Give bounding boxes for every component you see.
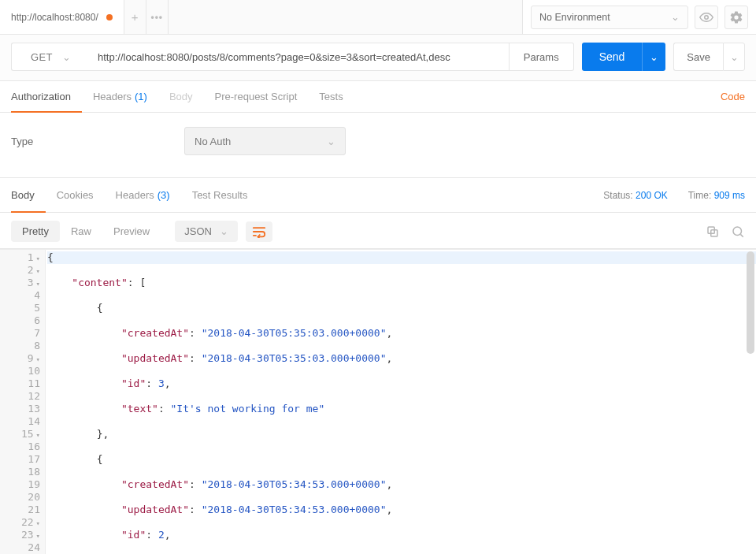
view-raw[interactable]: Raw <box>60 221 102 242</box>
tab-body[interactable]: Body <box>158 81 204 112</box>
wrap-lines-icon <box>251 225 267 238</box>
svg-point-5 <box>733 227 742 236</box>
code-editor[interactable]: 1234567891011121314151617181920212223242… <box>0 249 756 554</box>
scroll-thumb[interactable] <box>747 251 754 354</box>
save-dropdown[interactable]: ⌄ <box>723 43 745 71</box>
tab-body-label: Body <box>169 91 193 102</box>
status-value: 200 OK <box>636 190 668 201</box>
request-tab-title: http://localhost:8080/ <box>11 12 98 23</box>
url-input[interactable] <box>90 43 510 71</box>
environment-select[interactable]: No Environment ⌄ <box>531 6 688 29</box>
search-icon <box>731 225 745 239</box>
tab-prerequest-label: Pre-request Script <box>215 91 298 102</box>
resp-tab-headers-label: Headers <box>116 189 154 201</box>
view-mode-group: Pretty Raw Preview <box>11 221 161 242</box>
tab-headers[interactable]: Headers (1) <box>82 81 158 112</box>
http-method-label: GET <box>31 51 53 63</box>
chevron-down-icon: ⌄ <box>650 51 658 63</box>
resp-tab-test-results[interactable]: Test Results <box>181 178 259 212</box>
svg-line-6 <box>740 234 743 236</box>
dirty-indicator-icon <box>106 14 113 20</box>
chevron-down-icon: ⌄ <box>730 51 739 63</box>
code-gutter: 1234567891011121314151617181920212223242… <box>0 250 46 554</box>
ellipsis-icon: ••• <box>150 12 163 23</box>
save-button[interactable]: Save <box>673 43 723 71</box>
chevron-down-icon: ⌄ <box>327 136 335 147</box>
chevron-down-icon: ⌄ <box>62 51 71 63</box>
body-toolbar: Pretty Raw Preview JSON ⌄ <box>0 213 756 249</box>
environment-quicklook-button[interactable] <box>695 6 718 29</box>
eye-icon <box>699 10 713 24</box>
tab-authorization-label: Authorization <box>11 91 71 102</box>
request-row: GET ⌄ Params Send ⌄ Save ⌄ <box>0 35 756 81</box>
send-button[interactable]: Send <box>582 43 643 71</box>
tabs-region: http://localhost:8080/ + ••• <box>0 0 523 34</box>
tab-overflow-button[interactable]: ••• <box>146 0 169 34</box>
send-dropdown[interactable]: ⌄ <box>642 43 665 71</box>
tab-headers-label: Headers <box>93 91 132 102</box>
params-button[interactable]: Params <box>510 43 574 71</box>
status-label: Status: <box>603 190 632 201</box>
auth-row: Type No Auth ⌄ <box>0 113 756 178</box>
svg-point-0 <box>705 15 709 19</box>
resp-tab-headers-count: (3) <box>158 189 170 201</box>
body-toolbar-right <box>706 225 745 239</box>
save-button-group: Save ⌄ <box>673 43 745 71</box>
copy-button[interactable] <box>706 225 720 239</box>
chevron-down-icon: ⌄ <box>671 11 680 23</box>
time-label: Time: <box>688 190 712 201</box>
format-selected: JSON <box>184 225 212 237</box>
tab-prerequest[interactable]: Pre-request Script <box>204 81 309 112</box>
code-content: { "content": [ { "createdAt": "2018-04-3… <box>46 250 756 554</box>
auth-type-selected: No Auth <box>195 136 231 147</box>
environment-selected-label: No Environment <box>539 12 610 23</box>
settings-button[interactable] <box>724 6 748 29</box>
search-button[interactable] <box>731 225 745 239</box>
new-tab-button[interactable]: + <box>124 0 146 34</box>
tab-tests-label: Tests <box>319 91 343 102</box>
tab-authorization[interactable]: Authorization <box>11 82 82 113</box>
tab-headers-count: (1) <box>135 91 147 102</box>
plus-icon: + <box>132 10 139 24</box>
resp-tab-test-results-label: Test Results <box>192 189 248 201</box>
resp-tab-cookies[interactable]: Cookies <box>46 178 105 212</box>
send-button-group: Send ⌄ <box>582 43 666 71</box>
auth-type-label: Type <box>11 136 184 147</box>
scrollbar[interactable] <box>747 251 754 554</box>
resp-tab-cookies-label: Cookies <box>57 189 94 201</box>
environment-region: No Environment ⌄ <box>523 0 756 34</box>
tab-tests[interactable]: Tests <box>308 81 354 112</box>
request-subtabs: Authorization Headers (1) Body Pre-reque… <box>0 81 756 113</box>
gear-icon <box>729 10 743 24</box>
view-preview[interactable]: Preview <box>102 221 161 242</box>
resp-tab-body[interactable]: Body <box>11 179 46 213</box>
resp-tab-body-label: Body <box>11 189 35 201</box>
auth-type-select[interactable]: No Auth ⌄ <box>184 127 346 155</box>
tabs-spacer <box>169 0 523 34</box>
code-link[interactable]: Code <box>721 91 745 102</box>
topbar: http://localhost:8080/ + ••• No Environm… <box>0 0 756 35</box>
http-method-select[interactable]: GET ⌄ <box>11 43 90 71</box>
response-status: Status: 200 OK Time: 909 ms <box>603 190 745 201</box>
time-value: 909 ms <box>714 190 745 201</box>
copy-icon <box>706 225 720 239</box>
chevron-down-icon: ⌄ <box>220 225 228 237</box>
resp-tab-headers[interactable]: Headers (3) <box>105 178 181 212</box>
view-pretty[interactable]: Pretty <box>11 221 60 242</box>
response-tabs: Body Cookies Headers (3) Test Results St… <box>0 178 756 213</box>
wrap-lines-button[interactable] <box>246 221 272 242</box>
format-select[interactable]: JSON ⌄ <box>175 221 238 242</box>
request-tab[interactable]: http://localhost:8080/ <box>0 0 124 34</box>
